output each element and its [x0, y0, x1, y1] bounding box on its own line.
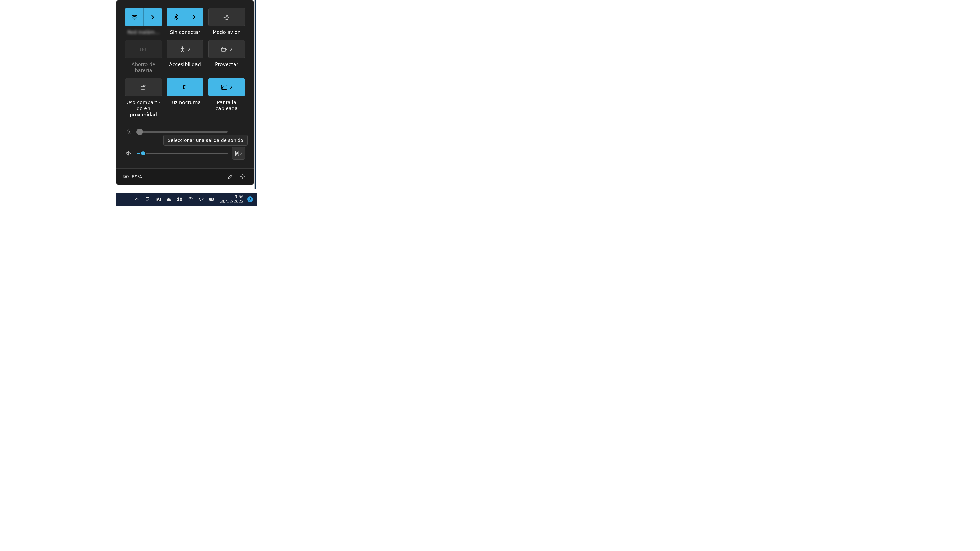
nearby-share-label: Uso comparti- do en proximidad — [125, 100, 162, 118]
chevron-right-icon — [230, 86, 232, 89]
bluetooth-tile[interactable] — [167, 8, 204, 26]
tray-app-icon-1[interactable] — [145, 197, 150, 202]
quick-settings-flyout: Red inalám… Sin conectar — [116, 0, 254, 185]
svg-rect-25 — [128, 176, 129, 177]
volume-thumb[interactable] — [140, 150, 146, 156]
speaker-device-icon — [235, 151, 239, 156]
brightness-row — [125, 129, 245, 135]
svg-point-7 — [183, 86, 184, 86]
wifi-tray-icon[interactable] — [188, 197, 193, 202]
airplane-icon — [223, 14, 230, 21]
volume-tray-icon[interactable] — [198, 197, 204, 202]
airplane-mode-label: Modo avión — [213, 29, 241, 35]
battery-status-icon[interactable]: 69% — [123, 174, 142, 179]
svg-point-27 — [242, 176, 243, 177]
svg-point-23 — [236, 153, 238, 155]
bluetooth-expand[interactable] — [185, 8, 203, 26]
night-light-tile[interactable] — [167, 78, 204, 97]
notifications-badge[interactable]: 7 — [247, 197, 253, 202]
svg-point-29 — [148, 199, 149, 200]
svg-rect-33 — [213, 199, 214, 200]
quick-settings-grid: Red inalám… Sin conectar — [125, 8, 245, 118]
taskbar-time: 9:56 — [220, 195, 244, 199]
svg-point-31 — [190, 200, 191, 201]
svg-line-18 — [130, 133, 130, 133]
battery-percent-text: 69% — [132, 174, 142, 179]
svg-point-30 — [146, 200, 148, 201]
tray-overflow-button[interactable] — [134, 197, 140, 202]
night-light-icon — [182, 84, 188, 90]
gear-icon — [240, 174, 245, 179]
brightness-icon — [125, 129, 132, 135]
airplane-mode-tile[interactable] — [208, 8, 245, 26]
svg-line-20 — [130, 130, 130, 130]
battery-saver-tile — [125, 40, 162, 59]
chevron-right-icon — [188, 48, 190, 51]
svg-rect-34 — [210, 198, 212, 200]
chevron-right-icon — [230, 48, 232, 51]
dropbox-tray-icon[interactable] — [177, 197, 183, 202]
svg-point-12 — [127, 131, 129, 133]
audio-output-button[interactable] — [232, 147, 245, 160]
svg-rect-1 — [140, 48, 145, 51]
svg-point-22 — [237, 151, 238, 152]
accessibility-icon — [180, 46, 185, 52]
flyout-footer: 69% — [116, 168, 254, 185]
svg-point-9 — [183, 88, 184, 89]
svg-point-11 — [221, 89, 222, 89]
brightness-slider[interactable] — [137, 131, 228, 133]
wifi-toggle[interactable] — [125, 8, 143, 26]
svg-point-8 — [183, 87, 183, 87]
svg-point-28 — [146, 197, 147, 198]
wifi-tile[interactable] — [125, 8, 162, 26]
taskbar: 9:56 30/12/2022 7 — [116, 192, 257, 206]
battery-tray-icon[interactable] — [209, 197, 215, 202]
chevron-right-icon — [240, 151, 242, 155]
system-tray — [134, 197, 215, 202]
brightness-thumb[interactable] — [136, 129, 143, 135]
bluetooth-toggle[interactable] — [167, 8, 185, 26]
volume-muted-icon[interactable] — [125, 151, 132, 156]
svg-rect-5 — [221, 48, 226, 51]
taskbar-clock[interactable]: 9:56 30/12/2022 — [220, 195, 244, 204]
battery-saver-label: Ahorro de batería — [125, 62, 162, 74]
volume-slider[interactable] — [137, 152, 228, 154]
cast-label: Pantalla cableada — [208, 100, 245, 112]
svg-rect-2 — [146, 49, 146, 50]
settings-button[interactable] — [237, 171, 248, 182]
project-tile[interactable] — [208, 40, 245, 59]
tray-app-icon-2[interactable] — [156, 197, 161, 202]
wifi-expand[interactable] — [143, 8, 162, 26]
cast-icon — [221, 85, 228, 90]
accessibility-label: Accesibilidad — [169, 62, 201, 68]
svg-line-17 — [127, 130, 127, 130]
svg-rect-6 — [141, 86, 145, 89]
taskbar-date: 30/12/2022 — [220, 199, 244, 204]
bluetooth-icon — [174, 14, 178, 21]
svg-line-19 — [127, 133, 127, 133]
svg-point-0 — [134, 19, 135, 20]
project-icon — [221, 47, 228, 52]
svg-point-3 — [182, 46, 183, 48]
nearby-share-tile[interactable] — [125, 78, 162, 97]
night-light-label: Luz nocturna — [169, 100, 200, 106]
wifi-tile-label: Red inalám… — [127, 29, 159, 35]
battery-saver-icon — [140, 47, 147, 52]
onedrive-tray-icon[interactable] — [166, 197, 172, 202]
audio-output-tooltip: Seleccionar una salida de sonido — [163, 135, 248, 146]
share-icon — [140, 84, 146, 90]
volume-row: Seleccionar una salida de sonido — [125, 147, 245, 160]
accessibility-tile[interactable] — [167, 40, 204, 59]
chevron-right-icon — [151, 14, 154, 20]
wifi-icon — [131, 14, 138, 20]
notifications-count: 7 — [249, 197, 251, 201]
cast-tile[interactable] — [208, 78, 245, 97]
project-label: Proyectar — [215, 62, 238, 68]
pencil-icon — [228, 174, 233, 179]
bluetooth-tile-label: Sin conectar — [170, 29, 200, 35]
edit-quick-settings-button[interactable] — [225, 171, 235, 182]
chevron-right-icon — [192, 14, 196, 20]
